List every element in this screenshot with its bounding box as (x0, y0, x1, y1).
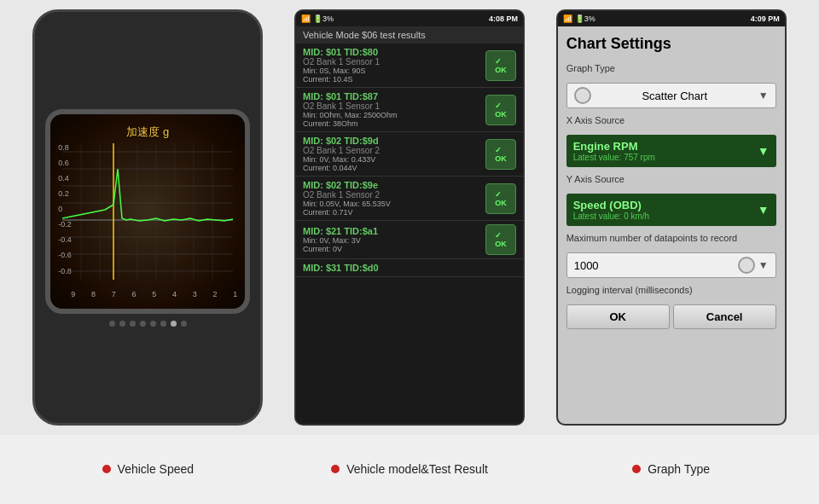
red-dot-2 (331, 465, 340, 473)
label-item-3: Graph Type (540, 462, 802, 476)
x-axis-sub: Latest value: 757 rpm (573, 153, 655, 162)
item-sub-2: O2 Bank 1 Sensor 1 (303, 101, 398, 111)
test-item-1: MID: $01 TID:$80 O2 Bank 1 Sensor 1 Min:… (296, 43, 523, 88)
ok-badge-3: ✓OK (485, 139, 516, 170)
test-item-6: MID: $31 TID:$d0 (296, 259, 523, 277)
phone1-container: 加速度 g 0.8 0.6 0.4 0.2 0 -0.2 -0.4 -0.6 -… (17, 9, 279, 426)
test-item-3: MID: $02 TID:$9d O2 Bank 1 Sensor 2 Min:… (296, 132, 523, 177)
status-bar-3: 📶 🔋3% 4:09 PM (558, 11, 785, 26)
dot (160, 321, 166, 327)
gauge-inner: 加速度 g 0.8 0.6 0.4 0.2 0 -0.2 -0.4 -0.6 -… (54, 118, 241, 305)
item-title-3: MID: $02 TID:$9d (303, 136, 380, 146)
dot-indicator (109, 321, 187, 327)
x-axis-label: X Axis Source (566, 115, 776, 125)
red-dot-1 (102, 465, 111, 473)
max-datapoints-arrow-icon[interactable]: ▼ (758, 259, 769, 271)
max-datapoints-radio[interactable] (738, 257, 755, 274)
item-vals-5: Min: 0V, Max: 3VCurrent: 0V (303, 236, 378, 253)
ok-badge-1: ✓OK (485, 50, 516, 81)
graph-type-value: Scatter Chart (642, 90, 707, 102)
item-sub-4: O2 Bank 1 Sensor 2 (303, 190, 391, 200)
y-axis-sub: Latest value: 0 km/h (573, 211, 650, 221)
screenshots-row: 加速度 g 0.8 0.6 0.4 0.2 0 -0.2 -0.4 -0.6 -… (0, 0, 819, 435)
item-title-6: MID: $31 TID:$d0 (303, 263, 379, 273)
label-text-3: Graph Type (648, 462, 710, 476)
y-axis-text-group: Speed (OBD) Latest value: 0 km/h (573, 199, 650, 221)
graph-type-dropdown[interactable]: Scatter Chart ▼ (566, 83, 776, 108)
dialog-buttons: OK Cancel (566, 304, 776, 329)
phone2-container: 📶 🔋3% 4:08 PM Vehicle Mode $06 test resu… (279, 9, 541, 426)
test-item-2: MID: $01 TID:$87 O2 Bank 1 Sensor 1 Min:… (296, 88, 523, 132)
max-datapoints-value: 1000 (574, 259, 599, 272)
max-datapoints-label: Maximum number of datapoints to record (566, 233, 776, 243)
x-axis-arrow-icon[interactable]: ▼ (758, 144, 770, 158)
ok-button[interactable]: OK (566, 304, 670, 329)
phone1: 加速度 g 0.8 0.6 0.4 0.2 0 -0.2 -0.4 -0.6 -… (32, 9, 263, 426)
label-text-1: Vehicle Speed (118, 462, 195, 476)
item-sub-1: O2 Bank 1 Sensor 1 (303, 57, 380, 67)
item-vals-4: Min: 0.05V, Max: 65.535VCurrent: 0.71V (303, 200, 391, 217)
test-list[interactable]: MID: $01 TID:$80 O2 Bank 1 Sensor 1 Min:… (296, 43, 523, 424)
item-vals-2: Min: 0Ohm, Max: 2500OhmCurrent: 38Ohm (303, 111, 398, 128)
label-item-2: Vehicle model&Test Result (279, 462, 541, 476)
phone3: 📶 🔋3% 4:09 PM Chart Settings Graph Type … (556, 9, 787, 426)
dot (150, 321, 156, 327)
item-title-5: MID: $21 TID:$a1 (303, 226, 378, 236)
dot (130, 321, 136, 327)
label-text-2: Vehicle model&Test Result (346, 462, 488, 476)
label-item-1: Vehicle Speed (17, 462, 279, 476)
graph-type-radio[interactable] (574, 87, 591, 104)
y-axis-label: Y Axis Source (566, 174, 776, 184)
item-vals-1: Min: 0S, Max: 90SCurrent: 10.4S (303, 67, 380, 84)
labels-row: Vehicle Speed Vehicle model&Test Result … (0, 435, 819, 503)
chart-title: 加速度 g (126, 125, 169, 140)
phone3-container: 📶 🔋3% 4:09 PM Chart Settings Graph Type … (540, 9, 802, 426)
graph-type-label: Graph Type (566, 63, 776, 73)
item-title-1: MID: $01 TID:$80 (303, 47, 380, 57)
item-vals-3: Min: 0V, Max: 0.433VCurrent: 0.044V (303, 155, 380, 172)
y-axis-value: Speed (OBD) (573, 199, 650, 211)
chart-settings-body: Chart Settings Graph Type Scatter Chart … (558, 26, 785, 424)
test-item-4: MID: $02 TID:$9e O2 Bank 1 Sensor 2 Min:… (296, 177, 523, 221)
status-icons-3: 📶 🔋3% (563, 14, 595, 23)
logging-interval-label: Logging interval (milliseconds) (566, 285, 776, 295)
phone2: 📶 🔋3% 4:08 PM Vehicle Mode $06 test resu… (294, 9, 525, 426)
red-dot-3 (632, 465, 641, 473)
status-icons-2: 📶 🔋3% (301, 14, 334, 23)
dot (109, 321, 115, 327)
gauge-screen: 加速度 g 0.8 0.6 0.4 0.2 0 -0.2 -0.4 -0.6 -… (45, 109, 250, 314)
chart-svg (62, 143, 233, 280)
graph-type-arrow-icon[interactable]: ▼ (758, 90, 769, 101)
dot (181, 321, 187, 327)
ok-badge-2: ✓OK (485, 95, 516, 125)
time-2: 4:08 PM (489, 14, 518, 23)
x-labels: 9 8 7 6 5 4 3 2 1 (71, 290, 237, 298)
time-3: 4:09 PM (751, 14, 780, 23)
x-axis-source-box[interactable]: Engine RPM Latest value: 757 rpm ▼ (566, 135, 776, 167)
item-title-2: MID: $01 TID:$87 (303, 91, 398, 101)
item-sub-3: O2 Bank 1 Sensor 2 (303, 146, 380, 155)
ok-badge-5: ✓OK (485, 224, 516, 255)
cancel-button[interactable]: Cancel (673, 304, 776, 329)
status-bar-2: 📶 🔋3% 4:08 PM (296, 11, 523, 26)
test-item-5: MID: $21 TID:$a1 Min: 0V, Max: 3VCurrent… (296, 221, 523, 259)
max-datapoints-dropdown[interactable]: 1000 ▼ (566, 252, 776, 278)
item-title-4: MID: $02 TID:$9e (303, 180, 391, 190)
y-axis-arrow-icon[interactable]: ▼ (758, 203, 770, 217)
dot (119, 321, 125, 327)
screen-header-2: Vehicle Mode $06 test results (296, 26, 523, 43)
y-axis-source-box[interactable]: Speed (OBD) Latest value: 0 km/h ▼ (566, 194, 776, 226)
x-axis-text-group: Engine RPM Latest value: 757 rpm (573, 140, 655, 162)
chart-settings-title: Chart Settings (566, 35, 776, 53)
dot-active (171, 321, 177, 327)
ok-badge-4: ✓OK (485, 183, 516, 214)
dot (140, 321, 146, 327)
x-axis-value: Engine RPM (573, 140, 655, 153)
